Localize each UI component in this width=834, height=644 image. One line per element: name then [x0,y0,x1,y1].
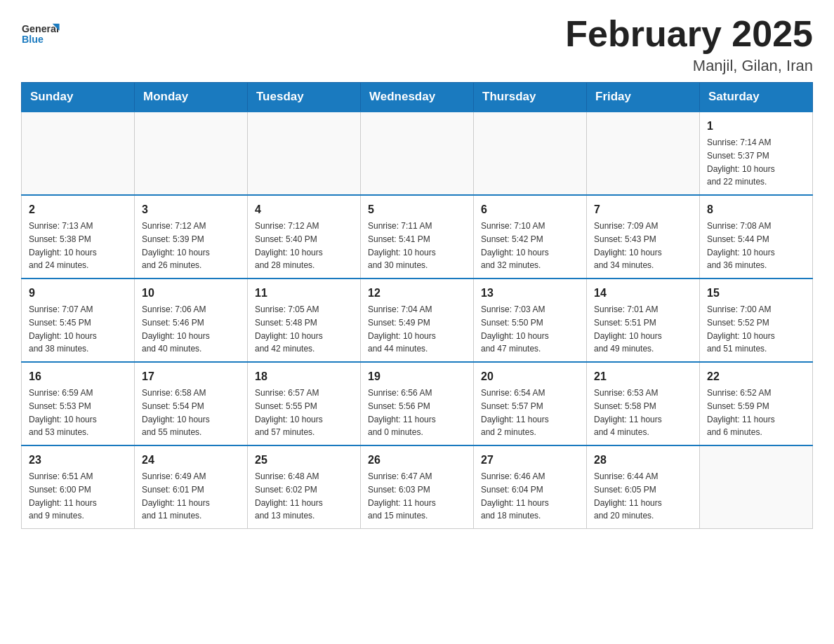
calendar-cell: 15Sunrise: 7:00 AMSunset: 5:52 PMDayligh… [700,279,813,362]
day-info: Sunrise: 6:53 AMSunset: 5:58 PMDaylight:… [594,388,662,437]
day-number: 16 [29,368,127,385]
day-number: 20 [481,368,579,385]
calendar-cell: 24Sunrise: 6:49 AMSunset: 6:01 PMDayligh… [135,445,248,529]
day-info: Sunrise: 6:44 AMSunset: 6:05 PMDaylight:… [594,471,662,521]
logo-icon: General Blue [21,14,63,53]
day-number: 22 [707,368,805,385]
calendar-cell [587,112,700,195]
weekday-header-thursday: Thursday [474,83,587,112]
weekday-header-wednesday: Wednesday [361,83,474,112]
day-number: 6 [481,201,579,218]
day-number: 1 [707,118,805,135]
calendar-cell [361,112,474,195]
logo: General Blue [21,14,63,53]
day-info: Sunrise: 6:51 AMSunset: 6:00 PMDaylight:… [29,471,97,521]
day-info: Sunrise: 6:58 AMSunset: 5:54 PMDaylight:… [142,388,210,437]
day-number: 5 [368,201,466,218]
svg-text:Blue: Blue [22,34,44,45]
day-info: Sunrise: 6:49 AMSunset: 6:01 PMDaylight:… [142,471,210,521]
day-info: Sunrise: 7:10 AMSunset: 5:42 PMDaylight:… [481,221,549,270]
day-info: Sunrise: 7:11 AMSunset: 5:41 PMDaylight:… [368,221,436,270]
calendar-cell [700,445,813,529]
day-number: 21 [594,368,692,385]
calendar-cell: 11Sunrise: 7:05 AMSunset: 5:48 PMDayligh… [248,279,361,362]
calendar-cell: 2Sunrise: 7:13 AMSunset: 5:38 PMDaylight… [22,195,135,279]
calendar-cell: 10Sunrise: 7:06 AMSunset: 5:46 PMDayligh… [135,279,248,362]
day-number: 4 [255,201,353,218]
day-number: 19 [368,368,466,385]
calendar-week-row: 1Sunrise: 7:14 AMSunset: 5:37 PMDaylight… [22,112,813,195]
day-info: Sunrise: 7:14 AMSunset: 5:37 PMDaylight:… [707,137,775,187]
day-info: Sunrise: 6:46 AMSunset: 6:04 PMDaylight:… [481,471,549,521]
day-info: Sunrise: 6:56 AMSunset: 5:56 PMDaylight:… [368,388,436,437]
day-info: Sunrise: 7:08 AMSunset: 5:44 PMDaylight:… [707,221,775,270]
day-info: Sunrise: 7:01 AMSunset: 5:51 PMDaylight:… [594,304,662,354]
calendar-cell: 6Sunrise: 7:10 AMSunset: 5:42 PMDaylight… [474,195,587,279]
weekday-header-sunday: Sunday [22,83,135,112]
weekday-header-monday: Monday [135,83,248,112]
page-header: General Blue February 2025 Manjil, Gilan… [21,14,813,75]
day-number: 7 [594,201,692,218]
calendar-cell: 23Sunrise: 6:51 AMSunset: 6:00 PMDayligh… [22,445,135,529]
day-number: 10 [142,285,240,302]
day-info: Sunrise: 7:05 AMSunset: 5:48 PMDaylight:… [255,304,323,354]
day-number: 15 [707,285,805,302]
calendar-cell: 21Sunrise: 6:53 AMSunset: 5:58 PMDayligh… [587,362,700,445]
calendar-cell: 4Sunrise: 7:12 AMSunset: 5:40 PMDaylight… [248,195,361,279]
calendar-cell: 28Sunrise: 6:44 AMSunset: 6:05 PMDayligh… [587,445,700,529]
calendar-cell [248,112,361,195]
day-number: 24 [142,452,240,469]
day-number: 3 [142,201,240,218]
day-number: 8 [707,201,805,218]
calendar-cell: 3Sunrise: 7:12 AMSunset: 5:39 PMDaylight… [135,195,248,279]
day-info: Sunrise: 6:54 AMSunset: 5:57 PMDaylight:… [481,388,549,437]
day-number: 14 [594,285,692,302]
day-info: Sunrise: 6:57 AMSunset: 5:55 PMDaylight:… [255,388,323,437]
calendar-cell: 1Sunrise: 7:14 AMSunset: 5:37 PMDaylight… [700,112,813,195]
day-info: Sunrise: 7:12 AMSunset: 5:40 PMDaylight:… [255,221,323,270]
calendar-cell: 22Sunrise: 6:52 AMSunset: 5:59 PMDayligh… [700,362,813,445]
calendar-week-row: 23Sunrise: 6:51 AMSunset: 6:00 PMDayligh… [22,445,813,529]
calendar-cell: 27Sunrise: 6:46 AMSunset: 6:04 PMDayligh… [474,445,587,529]
calendar-cell [474,112,587,195]
day-number: 23 [29,452,127,469]
calendar-cell: 14Sunrise: 7:01 AMSunset: 5:51 PMDayligh… [587,279,700,362]
calendar-cell: 19Sunrise: 6:56 AMSunset: 5:56 PMDayligh… [361,362,474,445]
day-info: Sunrise: 6:59 AMSunset: 5:53 PMDaylight:… [29,388,97,437]
calendar-week-row: 9Sunrise: 7:07 AMSunset: 5:45 PMDaylight… [22,279,813,362]
location: Manjil, Gilan, Iran [565,57,813,75]
calendar-cell: 9Sunrise: 7:07 AMSunset: 5:45 PMDaylight… [22,279,135,362]
day-number: 12 [368,285,466,302]
calendar-week-row: 2Sunrise: 7:13 AMSunset: 5:38 PMDaylight… [22,195,813,279]
calendar-cell: 13Sunrise: 7:03 AMSunset: 5:50 PMDayligh… [474,279,587,362]
day-number: 2 [29,201,127,218]
calendar-cell: 17Sunrise: 6:58 AMSunset: 5:54 PMDayligh… [135,362,248,445]
day-number: 26 [368,452,466,469]
day-number: 28 [594,452,692,469]
day-number: 9 [29,285,127,302]
day-info: Sunrise: 7:07 AMSunset: 5:45 PMDaylight:… [29,304,97,354]
day-number: 25 [255,452,353,469]
day-info: Sunrise: 7:03 AMSunset: 5:50 PMDaylight:… [481,304,549,354]
day-info: Sunrise: 6:48 AMSunset: 6:02 PMDaylight:… [255,471,323,521]
day-number: 13 [481,285,579,302]
day-number: 18 [255,368,353,385]
weekday-header-tuesday: Tuesday [248,83,361,112]
svg-text:General: General [22,23,59,34]
calendar-cell: 7Sunrise: 7:09 AMSunset: 5:43 PMDaylight… [587,195,700,279]
calendar-cell: 18Sunrise: 6:57 AMSunset: 5:55 PMDayligh… [248,362,361,445]
day-info: Sunrise: 7:04 AMSunset: 5:49 PMDaylight:… [368,304,436,354]
calendar-cell: 12Sunrise: 7:04 AMSunset: 5:49 PMDayligh… [361,279,474,362]
calendar-cell: 20Sunrise: 6:54 AMSunset: 5:57 PMDayligh… [474,362,587,445]
month-title: February 2025 [565,14,813,54]
calendar-cell [22,112,135,195]
day-number: 11 [255,285,353,302]
calendar-cell: 25Sunrise: 6:48 AMSunset: 6:02 PMDayligh… [248,445,361,529]
calendar-cell: 8Sunrise: 7:08 AMSunset: 5:44 PMDaylight… [700,195,813,279]
day-info: Sunrise: 6:52 AMSunset: 5:59 PMDaylight:… [707,388,775,437]
title-block: February 2025 Manjil, Gilan, Iran [565,14,813,75]
day-info: Sunrise: 7:09 AMSunset: 5:43 PMDaylight:… [594,221,662,270]
day-info: Sunrise: 7:06 AMSunset: 5:46 PMDaylight:… [142,304,210,354]
weekday-header-row: SundayMondayTuesdayWednesdayThursdayFrid… [22,83,813,112]
day-number: 17 [142,368,240,385]
